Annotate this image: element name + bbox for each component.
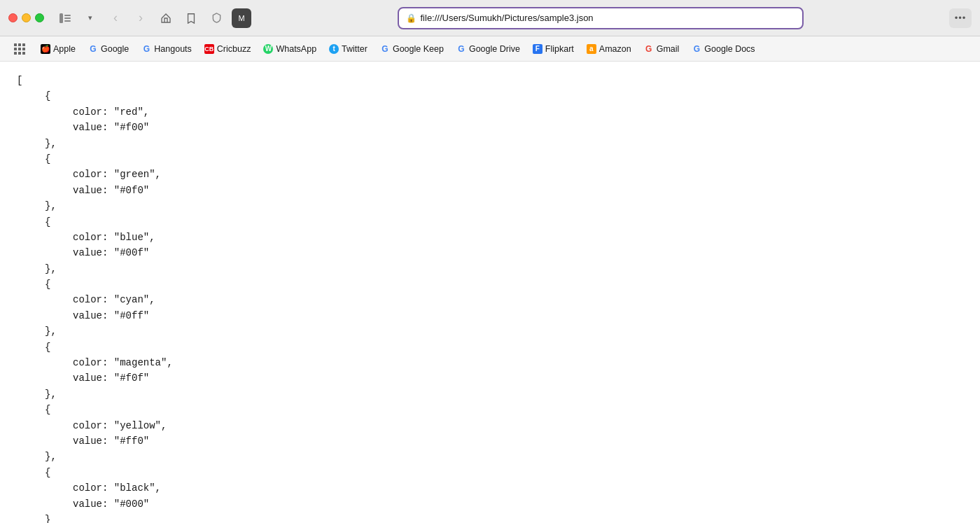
json-line-20: }, bbox=[45, 386, 963, 402]
google-drive-favicon: G bbox=[456, 44, 466, 54]
json-line-18: color: "magenta", bbox=[73, 355, 963, 370]
svg-rect-2 bbox=[64, 18, 71, 19]
svg-rect-1 bbox=[64, 15, 71, 16]
address-bar[interactable]: 🔒 file:///Users/Sumukh/Pictures/sample3.… bbox=[398, 7, 804, 29]
whatsapp-favicon: W bbox=[263, 44, 273, 54]
bookmark-whatsapp[interactable]: W WhatsApp bbox=[258, 42, 322, 56]
json-line-22: color: "yellow", bbox=[73, 418, 963, 433]
json-line-23: value: "#ff0" bbox=[73, 433, 963, 449]
json-line-14: color: "cyan", bbox=[73, 292, 963, 307]
bookmark-cricbuzz-label: Cricbuzz bbox=[217, 44, 251, 54]
json-line-2: color: "red", bbox=[73, 104, 963, 120]
bookmark-google-docs[interactable]: G Google Docs bbox=[686, 42, 760, 56]
json-line-13: { bbox=[45, 277, 963, 292]
json-line-12: }, bbox=[45, 261, 963, 277]
bookmark-amazon-label: Amazon bbox=[599, 44, 631, 54]
bookmark-hangouts-label: Hangouts bbox=[154, 44, 192, 54]
twitter-favicon: t bbox=[329, 44, 339, 54]
json-line-25: { bbox=[45, 465, 963, 480]
bookmark-gmail[interactable]: G Gmail bbox=[638, 42, 685, 56]
bookmark-google-drive[interactable]: G Google Drive bbox=[451, 42, 526, 56]
google-keep-favicon: G bbox=[380, 44, 390, 54]
bookmark-apple[interactable]: 🍎 Apple bbox=[35, 42, 81, 56]
more-options-button[interactable]: ••• bbox=[949, 8, 972, 28]
json-line-3: value: "#f00" bbox=[73, 120, 963, 135]
titlebar: ▾ ‹ › M 🔒 file:///Users/Sumukh/Pictures/… bbox=[0, 0, 980, 36]
bookmark-twitter-label: Twitter bbox=[342, 44, 368, 54]
bookmark-flipkart[interactable]: F Flipkart bbox=[527, 42, 580, 56]
bookmarks-bar: 🍎 Apple G Google G Hangouts CB Cricbuzz … bbox=[0, 36, 980, 62]
shield-button[interactable] bbox=[206, 8, 226, 28]
bookmark-hangouts[interactable]: G Hangouts bbox=[136, 42, 197, 56]
bookmark-apps-grid[interactable] bbox=[8, 41, 31, 57]
json-line-15: value: "#0ff" bbox=[73, 308, 963, 323]
svg-rect-0 bbox=[59, 13, 63, 23]
bookmark-gmail-label: Gmail bbox=[657, 44, 680, 54]
apps-grid-icon bbox=[14, 43, 25, 55]
json-line-0: [ bbox=[17, 73, 963, 88]
bookmark-amazon[interactable]: a Amazon bbox=[581, 42, 637, 56]
close-button[interactable] bbox=[8, 13, 18, 22]
bookmark-whatsapp-label: WhatsApp bbox=[276, 44, 316, 54]
json-line-6: color: "green", bbox=[73, 167, 963, 182]
json-line-26: color: "black", bbox=[73, 480, 963, 496]
bookmark-google-drive-label: Google Drive bbox=[469, 44, 520, 54]
cricbuzz-favicon: CB bbox=[204, 44, 214, 54]
flipkart-favicon: F bbox=[533, 44, 542, 54]
bookmark-flipkart-label: Flipkart bbox=[545, 44, 574, 54]
json-line-7: value: "#0f0" bbox=[73, 183, 963, 198]
bookmark-google-keep[interactable]: G Google Keep bbox=[374, 42, 449, 56]
bookmark-cricbuzz[interactable]: CB Cricbuzz bbox=[199, 42, 257, 56]
svg-rect-3 bbox=[64, 20, 71, 22]
bookmark-twitter[interactable]: t Twitter bbox=[323, 42, 373, 56]
hangouts-favicon: G bbox=[141, 44, 151, 54]
bookmark-google[interactable]: G Google bbox=[83, 42, 134, 56]
bookmark-apple-label: Apple bbox=[53, 44, 76, 54]
json-line-8: }, bbox=[45, 198, 963, 214]
bookmark-button[interactable] bbox=[181, 8, 201, 28]
bookmark-google-label: Google bbox=[101, 44, 129, 54]
json-line-10: color: "blue", bbox=[73, 230, 963, 245]
json-line-16: }, bbox=[45, 323, 963, 339]
forward-button[interactable]: › bbox=[131, 8, 150, 28]
json-line-11: value: "#00f" bbox=[73, 245, 963, 260]
amazon-favicon: a bbox=[587, 44, 596, 54]
json-line-4: }, bbox=[45, 136, 963, 151]
google-favicon: G bbox=[88, 44, 98, 54]
json-line-1: { bbox=[45, 88, 963, 104]
json-line-19: value: "#f0f" bbox=[73, 370, 963, 386]
json-line-28: } bbox=[45, 512, 963, 523]
json-line-9: { bbox=[45, 214, 963, 230]
minimize-button[interactable] bbox=[22, 13, 31, 22]
json-line-5: { bbox=[45, 151, 963, 167]
gmail-favicon: G bbox=[644, 44, 654, 54]
apple-favicon: 🍎 bbox=[41, 44, 50, 54]
home-button[interactable] bbox=[156, 8, 176, 28]
json-line-21: { bbox=[45, 402, 963, 417]
back-button[interactable]: ‹ bbox=[106, 8, 125, 28]
bookmark-google-keep-label: Google Keep bbox=[393, 44, 444, 54]
extension-button[interactable]: M bbox=[232, 8, 251, 28]
json-content-area: [ { color: "red", value: "#f00" }, { col… bbox=[0, 62, 980, 523]
sidebar-toggle-button[interactable] bbox=[55, 8, 75, 28]
ellipsis-icon: ••• bbox=[955, 13, 967, 23]
url-text: file:///Users/Sumukh/Pictures/sample3.js… bbox=[421, 13, 795, 23]
dropdown-button[interactable]: ▾ bbox=[80, 8, 100, 28]
google-docs-favicon: G bbox=[692, 44, 701, 54]
lock-icon: 🔒 bbox=[406, 13, 416, 23]
address-bar-wrapper: 🔒 file:///Users/Sumukh/Pictures/sample3.… bbox=[257, 7, 944, 29]
json-line-17: { bbox=[45, 340, 963, 355]
json-line-27: value: "#000" bbox=[73, 496, 963, 512]
maximize-button[interactable] bbox=[35, 13, 44, 22]
bookmark-google-docs-label: Google Docs bbox=[704, 44, 755, 54]
traffic-lights bbox=[8, 13, 44, 22]
json-line-24: }, bbox=[45, 449, 963, 464]
